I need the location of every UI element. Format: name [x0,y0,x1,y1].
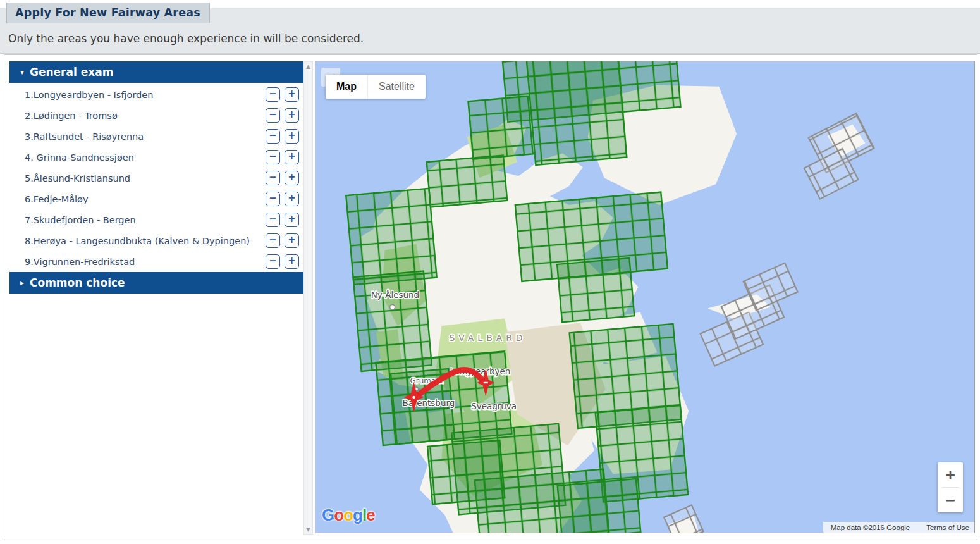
fairway-area-label: 3.Raftsundet - Risøyrenna [25,132,144,142]
increase-button[interactable]: + [285,108,299,123]
decrease-button[interactable]: − [266,213,280,227]
fairway-area-label: 5.Ålesund-Kristiansund [25,173,130,183]
area-controls: −+ [266,129,299,144]
decrease-button[interactable]: − [266,87,280,102]
sidebar-scrollbar[interactable]: ▲ ▼ [303,61,313,535]
logo-letter: G [322,505,334,524]
chevron-down-icon: ▾ [15,68,30,77]
fairway-area-row: 6.Fedje-Måløy−+ [9,189,303,209]
scroll-up-icon[interactable]: ▲ [304,63,312,70]
area-controls: −+ [266,150,299,164]
logo-letter: e [366,505,374,524]
section-header-common-choice[interactable]: ▸Common choice [9,272,303,294]
fairway-area-label: 8.Herøya - Langesundbukta (Kalven & Dypi… [25,236,250,246]
page-subtitle: Only the areas you have enough experienc… [8,32,364,45]
map-zoom-control: + − [938,462,963,512]
chevron-right-icon: ▸ [15,278,30,287]
fairway-area-label: 2.Lødingen - Tromsø [25,111,118,121]
decrease-button[interactable]: − [266,150,280,164]
terms-of-use-link[interactable]: Terms of Use [926,524,969,531]
map-label: SVALBARD [449,333,526,343]
fairway-area-label: 4. Grinna-Sandnessjøen [25,152,134,163]
fairway-area-row: 3.Raftsundet - Risøyrenna−+ [9,126,303,147]
decrease-button[interactable]: − [266,108,280,123]
area-controls: −+ [266,213,299,227]
increase-button[interactable]: + [285,150,299,164]
fairway-area-row: 9.Vigrunnen-Fredrikstad−+ [9,251,303,272]
section-label: General exam [30,66,113,78]
map-type-map[interactable]: Map [326,75,367,99]
area-controls: −+ [266,171,299,185]
map-type-satellite[interactable]: Satellite [367,75,426,99]
fairway-area-label: 6.Fedje-Måløy [25,194,89,204]
increase-button[interactable]: + [285,233,299,248]
map-type-control: MapSatellite [326,75,426,99]
fairway-area-row: 2.Lødingen - Tromsø−+ [9,105,303,126]
decrease-button[interactable]: − [266,254,280,269]
section-label: Common choice [30,276,125,289]
area-controls: −+ [266,192,299,206]
page-title: Apply For New Fairway Areas [6,3,210,23]
logo-letter: o [334,505,343,524]
increase-button[interactable]: + [285,87,299,102]
map-attribution: Map data ©2016 Google Terms of Use [823,522,974,533]
scroll-down-icon[interactable]: ▼ [304,526,312,533]
increase-button[interactable]: + [285,171,299,185]
google-logo[interactable]: Google [322,505,375,525]
increase-button[interactable]: + [285,213,299,227]
fairway-area-label: 9.Vigrunnen-Fredrikstad [25,257,135,267]
section-header-general-exam[interactable]: ▾General exam [9,61,303,83]
area-controls: −+ [266,87,299,102]
area-controls: −+ [266,254,299,269]
area-controls: −+ [266,108,299,123]
zoom-out-button[interactable]: − [938,488,963,512]
decrease-button[interactable]: − [266,129,280,144]
increase-button[interactable]: + [285,192,299,206]
fairway-area-label: 1.Longyeardbyen - Isfjorden [25,90,153,100]
decrease-button[interactable]: − [266,233,280,248]
map-label: Ny-Ålesund [371,290,419,300]
fairway-area-row: 8.Herøya - Langesundbukta (Kalven & Dypi… [9,230,303,251]
increase-button[interactable]: + [285,129,299,144]
area-controls: −+ [266,233,299,248]
decrease-button[interactable]: − [266,171,280,185]
main-panel: ▾General exam1.Longyeardbyen - Isfjorden… [4,54,977,540]
logo-letter: g [353,505,362,524]
fairway-area-row: 1.Longyeardbyen - Isfjorden−+ [9,84,303,105]
map-canvas[interactable]: Ny-ÅlesundSVALBARDLongyearbyenGrumantBar… [315,61,975,533]
svalbard-map-svg[interactable]: Ny-ÅlesundSVALBARDLongyearbyenGrumantBar… [315,61,974,533]
fairway-area-label: 7.Skudefjorden - Bergen [25,215,136,225]
fairway-area-row: 7.Skudefjorden - Bergen−+ [9,209,303,230]
map-data-credit: Map data ©2016 Google [831,524,910,531]
zoom-in-button[interactable]: + [938,462,963,487]
fairway-area-row: 4. Grinna-Sandnessjøen−+ [9,147,303,168]
map-label: Sveagruva [471,402,517,411]
logo-letter: o [343,505,353,524]
fairway-area-row: 5.Ålesund-Kristiansund−+ [9,168,303,189]
increase-button[interactable]: + [285,254,299,269]
fairway-area-sidebar: ▾General exam1.Longyeardbyen - Isfjorden… [9,61,303,535]
decrease-button[interactable]: − [266,192,280,206]
